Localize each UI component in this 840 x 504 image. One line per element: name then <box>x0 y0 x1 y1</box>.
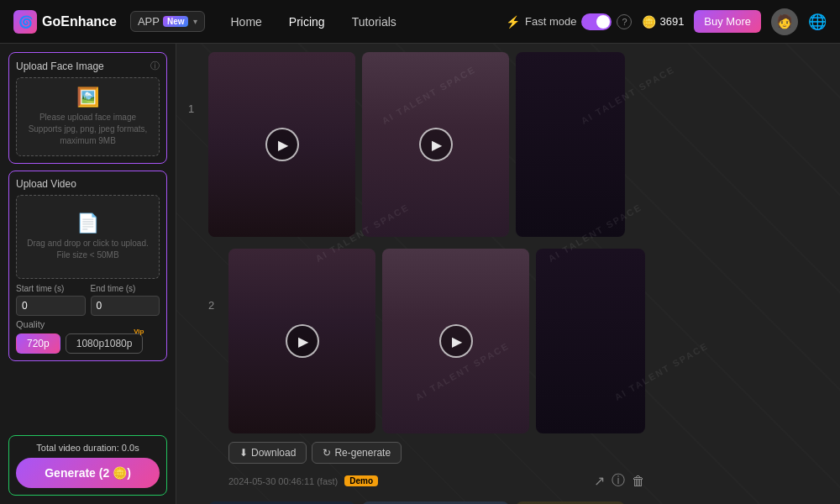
video-upload-icon: 📄 <box>76 213 99 234</box>
face-upload-hint: Please upload face image Supports jpg, p… <box>25 112 150 147</box>
video-thumb-2-1[interactable]: ▶ <box>228 249 375 433</box>
quality-section: Quality 720p 1080p1080p Vip <box>16 319 160 354</box>
play-icon: ▶ <box>452 333 462 349</box>
logo-text: GoEnhance <box>42 14 117 29</box>
result-videos-2: ▶ ▶ <box>228 249 645 433</box>
end-time-field: End time (s) <box>91 284 160 316</box>
regenerate-label: Re-generate <box>334 447 391 459</box>
header: 🌀 GoEnhance APP New ▾ Home Pricing Tutor… <box>0 0 840 44</box>
video-thumb-2-3[interactable] <box>536 249 645 433</box>
result-2-bottom: 2024-05-30 00:46:11 (fast) Demo ↗ ⓘ 🗑 <box>228 472 645 490</box>
start-time-field: Start time (s) <box>16 284 86 316</box>
nav-home[interactable]: Home <box>218 10 273 34</box>
video-section-title: Upload Video <box>16 178 76 190</box>
generate-section: Total video duration: 0.0s Generate (2 🪙… <box>8 435 167 496</box>
face-section-title: Upload Face Image <box>16 60 104 72</box>
video-thumb-1-1[interactable]: ▶ <box>208 52 355 237</box>
fast-mode-label: Fast mode <box>525 15 576 28</box>
face-upload-dropzone[interactable]: 🖼️ Please upload face image Supports jpg… <box>16 77 160 156</box>
face-section-header: Upload Face Image ⓘ <box>16 60 160 72</box>
vip-badge: Vip <box>134 328 144 335</box>
fast-mode-toggle[interactable] <box>581 13 612 30</box>
result-meta-2: ▶ ▶ <box>228 249 645 490</box>
generate-button[interactable]: Generate (2 🪙) <box>16 458 160 488</box>
sidebar: Upload Face Image ⓘ 🖼️ Please upload fac… <box>0 44 176 504</box>
video-upload-section: Upload Video 📄 Drag and drop or click to… <box>8 171 167 361</box>
demo-badge: Demo <box>344 475 378 486</box>
play-button-1-1[interactable]: ▶ <box>265 128 299 161</box>
nav-pricing[interactable]: Pricing <box>277 10 337 34</box>
result-number-2: 2 <box>208 249 220 312</box>
credits-amount: 3691 <box>659 15 684 28</box>
result-number-1: 1 <box>188 52 200 115</box>
play-button-2-1[interactable]: ▶ <box>286 324 319 358</box>
app-dropdown[interactable]: APP New ▾ <box>130 11 206 32</box>
quality-1080p-button[interactable]: 1080p1080p Vip <box>66 333 144 354</box>
credits-icon: 🪙 <box>642 15 656 29</box>
play-button-1-2[interactable]: ▶ <box>419 128 453 161</box>
video-section-header: Upload Video <box>16 178 160 190</box>
globe-icon[interactable]: 🌐 <box>808 13 827 31</box>
nav: Home Pricing Tutorials <box>218 10 407 34</box>
result-item-1: 1 ▶ <box>188 52 828 237</box>
regenerate-button[interactable]: ↻ Re-generate <box>312 442 402 464</box>
header-right: ⚡ Fast mode ? 🪙 3691 Buy More 🧑 🌐 <box>506 8 827 35</box>
quality-720p-button[interactable]: 720p <box>16 333 60 354</box>
logo[interactable]: 🌀 GoEnhance <box>13 10 117 34</box>
fast-mode: ⚡ Fast mode ? <box>506 13 632 30</box>
download-icon: ⬇ <box>239 447 248 459</box>
download-button[interactable]: ⬇ Download <box>228 442 307 464</box>
avatar[interactable]: 🧑 <box>771 8 798 35</box>
end-time-input[interactable] <box>91 296 160 316</box>
play-icon: ▶ <box>278 137 288 153</box>
info-icon[interactable]: ⓘ <box>612 472 625 490</box>
app-label: APP <box>138 15 160 28</box>
play-icon: ▶ <box>298 333 308 349</box>
quality-options: 720p 1080p1080p Vip <box>16 333 160 354</box>
buy-more-button[interactable]: Buy More <box>694 10 761 33</box>
time-fields: Start time (s) End time (s) <box>16 284 160 316</box>
video-thumb-2-2[interactable]: ▶ <box>382 249 529 433</box>
fast-mode-info-icon[interactable]: ? <box>617 14 632 29</box>
credits-display: 🪙 3691 <box>642 15 684 29</box>
result-2-icons: ↗ ⓘ 🗑 <box>594 472 645 490</box>
start-time-label: Start time (s) <box>16 284 86 293</box>
play-button-2-2[interactable]: ▶ <box>439 324 473 358</box>
logo-icon: 🌀 <box>13 10 37 34</box>
video-upload-hint: Drag and drop or click to upload. File s… <box>27 238 149 261</box>
timestamp-2: 2024-05-30 00:46:11 (fast) <box>228 476 338 486</box>
regenerate-icon: ↻ <box>323 447 331 459</box>
result-videos-1: ▶ ▶ <box>208 52 828 237</box>
result-item-2: 2 ▶ ▶ <box>208 249 828 490</box>
nav-tutorials[interactable]: Tutorials <box>340 10 408 34</box>
download-label: Download <box>251 447 296 459</box>
end-time-label: End time (s) <box>91 284 160 293</box>
content-area: 1 ▶ <box>176 44 840 504</box>
duration-text: Total video duration: 0.0s <box>16 443 160 453</box>
new-badge: New <box>163 16 189 27</box>
face-upload-section: Upload Face Image ⓘ 🖼️ Please upload fac… <box>8 52 167 164</box>
chevron-down-icon: ▾ <box>193 17 197 26</box>
share-icon[interactable]: ↗ <box>594 473 605 489</box>
video-thumb-1-3[interactable] <box>516 52 625 237</box>
start-time-input[interactable] <box>16 296 86 316</box>
play-icon: ▶ <box>432 137 442 153</box>
face-upload-icon: 🖼️ <box>76 87 99 108</box>
video-upload-dropzone[interactable]: 📄 Drag and drop or click to upload. File… <box>16 195 160 279</box>
video-thumb-1-2[interactable]: ▶ <box>362 52 509 237</box>
main-layout: Upload Face Image ⓘ 🖼️ Please upload fac… <box>0 44 840 504</box>
delete-icon[interactable]: 🗑 <box>632 474 645 489</box>
result-actions-2: ⬇ Download ↻ Re-generate <box>228 442 645 464</box>
face-info-icon[interactable]: ⓘ <box>150 60 160 72</box>
lightning-icon: ⚡ <box>506 15 520 29</box>
